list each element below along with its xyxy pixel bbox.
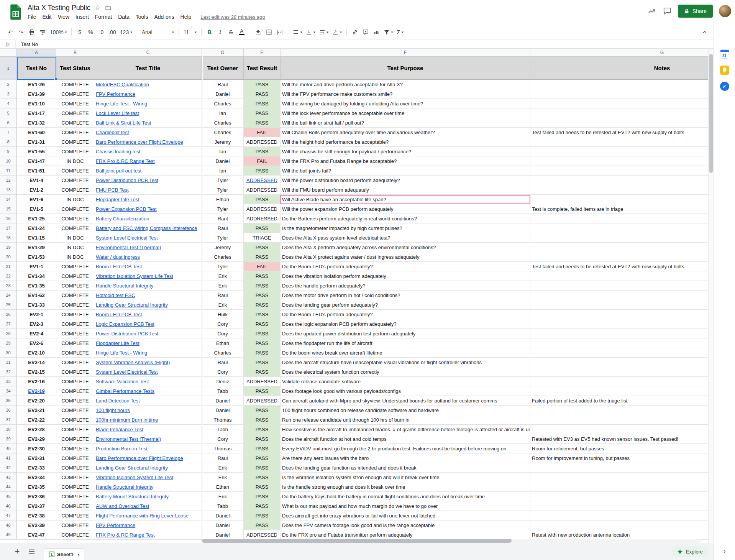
cell-D7[interactable]: Charles	[202, 128, 244, 137]
cell-E1[interactable]: Test Result	[244, 57, 281, 80]
cell-G37[interactable]	[530, 415, 708, 425]
cell-D9[interactable]: Ian	[202, 147, 244, 156]
cell-link-C39[interactable]: Environmental Test (Thermal)	[96, 436, 161, 442]
row-header-4[interactable]: 4	[0, 99, 17, 108]
column-header-C[interactable]: C	[94, 49, 202, 57]
cell-D45[interactable]: Erik	[202, 492, 244, 501]
cell-E34[interactable]: PASS	[244, 386, 281, 396]
cell-D20[interactable]: Charles	[202, 252, 244, 262]
cell-F42[interactable]: Does the landing gear function as intend…	[281, 463, 530, 473]
cell-A35[interactable]: EV2-20	[17, 396, 56, 406]
row-header-40[interactable]: 40	[0, 444, 17, 453]
cell-F5[interactable]: Will the lock lever performance be accep…	[281, 108, 530, 118]
cell-E2[interactable]: PASS	[244, 80, 281, 89]
cell-E22[interactable]: PASS	[244, 271, 281, 281]
cell-F32[interactable]: Does the electrical system function corr…	[281, 367, 530, 377]
menu-view[interactable]: View	[55, 13, 72, 21]
cell-F23[interactable]: Does the handle perform adequately?	[281, 281, 530, 291]
cell-D36[interactable]: Daniel	[202, 406, 244, 415]
cell-link-C5[interactable]: Lock Lever Life test	[96, 110, 139, 116]
cell-G41[interactable]: Room for improvement in tuning, but pass…	[530, 453, 708, 463]
cell-B33[interactable]: COMPLETE	[56, 377, 94, 386]
cell-A48[interactable]: EV2-39	[17, 521, 56, 530]
cell-D40[interactable]: Thomas	[202, 444, 244, 453]
cell-E37[interactable]: PASS	[244, 415, 281, 425]
cell-G24[interactable]	[530, 291, 708, 300]
cell-C30[interactable]: Hinge Life Test - Wiring	[94, 348, 202, 358]
cell-D43[interactable]: Erik	[202, 473, 244, 482]
cell-C26[interactable]: Boom LED PCB Test	[94, 310, 202, 319]
cell-link-E12[interactable]: ADDRESSED	[246, 177, 277, 183]
cell-A5[interactable]: EV1-17	[17, 108, 56, 118]
cell-E49[interactable]: ADDRESSED	[244, 530, 281, 540]
cell-link-C24[interactable]: Hot/cold test ESC	[96, 292, 135, 298]
menu-addons[interactable]: Add-ons	[151, 13, 177, 21]
cell-link-C47[interactable]: Flight Performance with Ring Lever Loose	[96, 513, 189, 519]
cell-E28[interactable]: PASS	[244, 329, 281, 338]
row-header-24[interactable]: 24	[0, 291, 17, 300]
share-button[interactable]: Share	[678, 5, 713, 18]
row-header-11[interactable]: 11	[0, 166, 17, 176]
bold-button[interactable]: B	[205, 27, 215, 37]
cell-A43[interactable]: EV2-34	[17, 473, 56, 482]
cell-E25[interactable]: PASS	[244, 300, 281, 310]
cell-A18[interactable]: EV1-15	[17, 233, 56, 243]
menu-tools[interactable]: Tools	[133, 13, 151, 21]
document-title[interactable]: Alta X Testing Public	[28, 4, 90, 12]
cell-D11[interactable]: Ian	[202, 166, 244, 176]
row-header-21[interactable]: 21	[0, 262, 17, 271]
cell-D23[interactable]: Erik	[202, 281, 244, 291]
cell-E27[interactable]: PASS	[244, 319, 281, 329]
cell-A45[interactable]: EV2-36	[17, 492, 56, 501]
cell-E47[interactable]: PASS	[244, 511, 281, 521]
cell-A17[interactable]: EV1-24	[17, 223, 56, 233]
cell-F16[interactable]: Do the Batteries perform adequately in r…	[281, 214, 530, 223]
cell-F8[interactable]: Will the height hold performance be acce…	[281, 137, 530, 147]
cell-F31[interactable]: Does the aircraft structure have unaccep…	[281, 358, 530, 367]
cell-D1[interactable]: Test Owner	[202, 57, 244, 80]
cell-link-C31[interactable]: System Vibration Analysis (Flight)	[96, 360, 170, 365]
cell-G17[interactable]	[530, 223, 708, 233]
cell-D19[interactable]: Jeremy	[202, 243, 244, 252]
cell-B37[interactable]: COMPLETE	[56, 415, 94, 425]
cell-B8[interactable]: COMPLETE	[56, 137, 94, 147]
cell-A10[interactable]: EV1-47	[17, 156, 56, 166]
row-header-32[interactable]: 32	[0, 367, 17, 377]
cell-E9[interactable]: PASS	[244, 147, 281, 156]
cell-G27[interactable]	[530, 319, 708, 329]
cell-F36[interactable]: 100 flight hours combined on release can…	[281, 406, 530, 415]
row-header-48[interactable]: 48	[0, 521, 17, 530]
cell-G46[interactable]	[530, 501, 708, 511]
cell-F30[interactable]: Do the boom wires break over aircraft li…	[281, 348, 530, 358]
cell-E42[interactable]: PASS	[244, 463, 281, 473]
cell-C6[interactable]: Ball Link & Strut Life Test	[94, 118, 202, 128]
cell-F28[interactable]: Does the updated power distribution test…	[281, 329, 530, 338]
cell-A9[interactable]: EV1-55	[17, 147, 56, 156]
cell-B30[interactable]: COMPLETE	[56, 348, 94, 358]
cell-A3[interactable]: EV1-39	[17, 89, 56, 99]
cell-C13[interactable]: FMU PCB Test	[94, 185, 202, 195]
cell-B6[interactable]: COMPLETE	[56, 118, 94, 128]
cell-link-C44[interactable]: Handle Structural Integrity	[96, 484, 153, 490]
cell-G35[interactable]: Failed portion of test added to the tria…	[530, 396, 708, 406]
cell-B41[interactable]: COMPLETE	[56, 453, 94, 463]
cell-link-C36[interactable]: 100 flight hours	[96, 407, 130, 413]
cell-C47[interactable]: Flight Performance with Ring Lever Loose	[94, 511, 202, 521]
column-header-A[interactable]: A	[17, 49, 56, 57]
cell-F18[interactable]: Does the Alta X pass system level electr…	[281, 233, 530, 243]
font-select[interactable]: Arial ▾	[140, 27, 176, 37]
text-rotation-button[interactable]: ▾	[331, 27, 343, 37]
insert-chart-button[interactable]	[371, 27, 381, 37]
cell-F22[interactable]: Does the vibration isolation perform ade…	[281, 271, 530, 281]
row-header-16[interactable]: 16	[0, 214, 17, 223]
cell-E41[interactable]: PASS	[244, 453, 281, 463]
cell-C43[interactable]: Vibration Isolation System Life Test	[94, 473, 202, 482]
cell-E5[interactable]: PASS	[244, 108, 281, 118]
percent-format-button[interactable]: %	[85, 27, 95, 37]
menu-format[interactable]: Format	[92, 13, 115, 21]
cell-link-C13[interactable]: FMU PCB Test	[96, 187, 129, 193]
cell-D3[interactable]: Daniel	[202, 89, 244, 99]
cell-B18[interactable]: IN DOC	[56, 233, 94, 243]
vertical-align-button[interactable]: ▾	[304, 27, 317, 37]
cell-D37[interactable]: Thomas	[202, 415, 244, 425]
